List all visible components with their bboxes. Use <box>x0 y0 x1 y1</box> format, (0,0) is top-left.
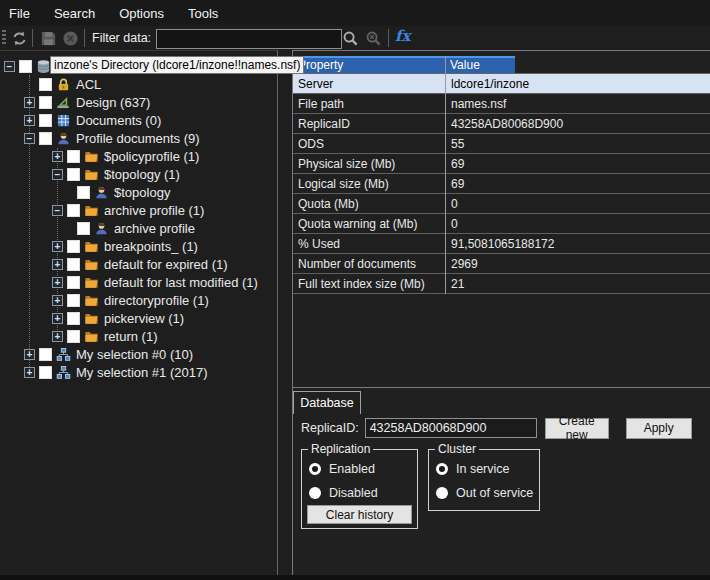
property-row[interactable]: Quota (Mb)0 <box>293 194 710 214</box>
tree-item[interactable]: +My selection #1 (2017) <box>0 363 276 381</box>
menu-file[interactable]: File <box>9 6 30 21</box>
column-header-property[interactable]: Property <box>298 58 343 72</box>
tree-item[interactable]: −archive profile (1) <box>0 201 276 219</box>
tree-item[interactable]: +default for last modified (1) <box>0 273 276 291</box>
tree-item-label[interactable]: pickerview (1) <box>104 311 184 326</box>
checkbox[interactable] <box>67 258 80 271</box>
tree-item-label[interactable]: default for expired (1) <box>104 257 228 272</box>
tree-item-label[interactable]: Design (637) <box>76 95 150 110</box>
radio-unchecked-icon[interactable] <box>436 487 448 499</box>
tree-item[interactable]: +pickerview (1) <box>0 309 276 327</box>
expand-icon[interactable]: + <box>52 241 63 252</box>
checkbox[interactable] <box>77 186 90 199</box>
tree-item-label[interactable]: My selection #1 (2017) <box>76 365 208 380</box>
tree-item[interactable]: +My selection #0 (10) <box>0 345 276 363</box>
tree-item[interactable]: $topology <box>0 183 276 201</box>
collapse-icon[interactable]: − <box>24 133 35 144</box>
radio-option[interactable]: Disabled <box>309 486 378 500</box>
create-new-button[interactable]: Create new <box>545 418 609 439</box>
collapse-icon[interactable]: − <box>4 61 15 72</box>
tree-item[interactable]: −Profile documents (9) <box>0 129 276 147</box>
radio-unchecked-icon[interactable] <box>309 487 321 499</box>
formula-fx-icon[interactable]: fx <box>395 27 410 45</box>
clear-history-button[interactable]: Clear history <box>307 505 412 524</box>
refresh-icon[interactable] <box>9 28 29 48</box>
radio-checked-icon[interactable] <box>309 463 321 475</box>
expand-icon[interactable]: + <box>52 277 63 288</box>
collapse-icon[interactable]: − <box>52 205 63 216</box>
cancel-icon[interactable] <box>60 28 80 48</box>
column-header-value[interactable]: Value <box>450 58 480 72</box>
search-icon[interactable] <box>340 28 360 48</box>
expand-icon[interactable]: + <box>52 331 63 342</box>
property-row[interactable]: Quota warning at (Mb)0 <box>293 214 710 234</box>
checkbox[interactable] <box>67 312 80 325</box>
tree-item-label[interactable]: $topology (1) <box>104 167 180 182</box>
property-row[interactable]: ODS55 <box>293 134 710 154</box>
property-row[interactable]: Serverldcore1/inzone <box>293 74 710 94</box>
save-icon[interactable] <box>38 28 58 48</box>
checkbox[interactable] <box>77 222 90 235</box>
tree-item-label[interactable]: $policyprofile (1) <box>104 149 199 164</box>
expand-icon[interactable]: + <box>24 367 35 378</box>
toolbar-grip[interactable] <box>2 30 6 46</box>
expand-icon[interactable]: + <box>52 313 63 324</box>
tree-item-label[interactable]: breakpoints_ (1) <box>104 239 198 254</box>
tree-item[interactable]: −$topology (1) <box>0 165 276 183</box>
checkbox[interactable] <box>39 366 52 379</box>
checkbox[interactable] <box>39 348 52 361</box>
tree-item-label[interactable]: directoryprofile (1) <box>104 293 209 308</box>
tree-item[interactable]: +default for expired (1) <box>0 255 276 273</box>
tree-item-label[interactable]: default for last modified (1) <box>104 275 258 290</box>
expand-icon[interactable]: + <box>52 295 63 306</box>
tab-database[interactable]: Database <box>293 391 361 414</box>
tree-item-label[interactable]: My selection #0 (10) <box>76 347 193 362</box>
menu-search[interactable]: Search <box>54 6 95 21</box>
checkbox[interactable] <box>67 240 80 253</box>
expand-icon[interactable]: + <box>24 97 35 108</box>
radio-option[interactable]: In service <box>436 462 510 476</box>
checkbox[interactable] <box>39 78 52 91</box>
property-row[interactable]: Physical size (Mb)69 <box>293 154 710 174</box>
tree-item[interactable]: ACL <box>0 75 276 93</box>
expand-icon[interactable]: + <box>52 259 63 270</box>
menu-tools[interactable]: Tools <box>188 6 218 21</box>
tree-item[interactable]: +return (1) <box>0 327 276 345</box>
replica-id-input[interactable] <box>365 418 537 438</box>
tree-item-label[interactable]: ACL <box>76 77 101 92</box>
property-row[interactable]: ReplicaID43258AD80068D900 <box>293 114 710 134</box>
checkbox[interactable] <box>39 96 52 109</box>
checkbox[interactable] <box>67 276 80 289</box>
checkbox[interactable] <box>39 114 52 127</box>
checkbox[interactable] <box>67 294 80 307</box>
radio-checked-icon[interactable] <box>436 463 448 475</box>
tree-item-label[interactable]: Documents (0) <box>76 113 161 128</box>
tree-item[interactable]: archive profile <box>0 219 276 237</box>
column-separator[interactable] <box>445 56 446 294</box>
checkbox[interactable] <box>67 330 80 343</box>
property-row[interactable]: File pathnames.nsf <box>293 94 710 114</box>
checkbox[interactable] <box>67 204 80 217</box>
tree-item[interactable]: +directoryprofile (1) <box>0 291 276 309</box>
collapse-icon[interactable]: − <box>52 169 63 180</box>
tree-item[interactable]: +$policyprofile (1) <box>0 147 276 165</box>
checkbox[interactable] <box>19 60 32 73</box>
expand-icon[interactable]: + <box>52 151 63 162</box>
tree-item-label[interactable]: archive profile (1) <box>104 203 204 218</box>
tree-item-label[interactable]: $topology <box>114 185 170 200</box>
filter-input[interactable] <box>156 29 342 49</box>
property-row[interactable]: % Used91,5081065188172 <box>293 234 710 254</box>
checkbox[interactable] <box>39 132 52 145</box>
apply-button[interactable]: Apply <box>626 418 692 439</box>
property-row[interactable]: Logical size (Mb)69 <box>293 174 710 194</box>
tree-item-label[interactable]: return (1) <box>104 329 157 344</box>
radio-option[interactable]: Out of service <box>436 486 533 500</box>
checkbox[interactable] <box>67 168 80 181</box>
checkbox[interactable] <box>67 150 80 163</box>
tree-item[interactable]: +Documents (0) <box>0 111 276 129</box>
property-row[interactable]: Number of documents2969 <box>293 254 710 274</box>
tree-item[interactable]: +breakpoints_ (1) <box>0 237 276 255</box>
menu-options[interactable]: Options <box>119 6 164 21</box>
expand-icon[interactable]: + <box>24 349 35 360</box>
tree-item[interactable]: +Design (637) <box>0 93 276 111</box>
